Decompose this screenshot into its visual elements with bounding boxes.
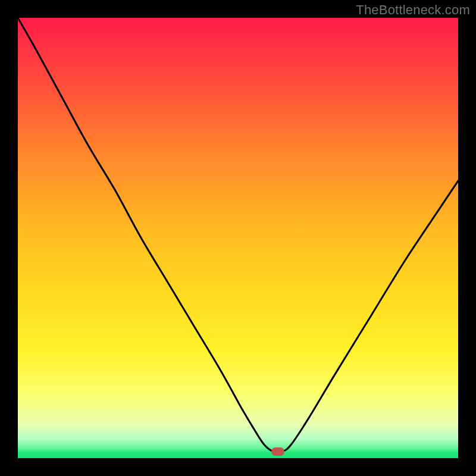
watermark-text: TheBottleneck.com (356, 2, 470, 18)
optimum-marker (271, 447, 284, 456)
bottleneck-curve (18, 18, 458, 452)
plot-area (18, 18, 458, 458)
curve-svg (18, 18, 458, 458)
chart-frame: TheBottleneck.com (0, 0, 476, 476)
